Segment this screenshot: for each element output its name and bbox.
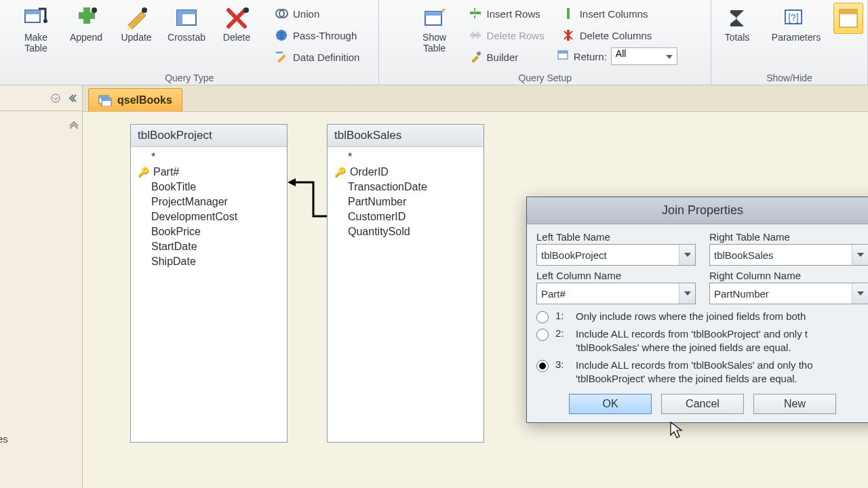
- property-sheet-icon: [835, 5, 862, 32]
- table-tblbookproject[interactable]: tblBookProject * 🔑Part# BookTitle Projec…: [130, 124, 288, 443]
- field-partnumber[interactable]: PartNumber: [332, 195, 479, 209]
- parameters-button[interactable]: [?] Parameters: [766, 3, 827, 45]
- svg-rect-30: [99, 96, 108, 98]
- table-title: tblBookProject: [131, 125, 287, 147]
- nav-item-fragment: es: [0, 433, 8, 445]
- delete-button[interactable]: Delete: [215, 3, 258, 45]
- show-table-button[interactable]: Show Table: [413, 3, 456, 56]
- chevron-down-icon[interactable]: [852, 283, 868, 304]
- dialog-title[interactable]: Join Properties: [527, 197, 868, 224]
- field-transactiondate[interactable]: TransactionDate: [332, 180, 479, 195]
- tab-qselbooks[interactable]: qselBooks: [88, 88, 182, 111]
- data-definition-icon: [274, 49, 289, 64]
- insert-rows-icon: [468, 6, 483, 21]
- left-column-label: Left Column Name: [536, 270, 696, 281]
- join-option-3[interactable]: 3: Include ALL records from 'tblBookSale…: [536, 359, 868, 386]
- field-booktitle[interactable]: BookTitle: [135, 180, 283, 195]
- cancel-button[interactable]: Cancel: [661, 394, 744, 414]
- key-icon: 🔑: [334, 167, 346, 178]
- field-orderid[interactable]: 🔑OrderID: [332, 165, 479, 180]
- delete-icon: [223, 5, 250, 32]
- ribbon: Make Table Append Update Crosstab: [0, 0, 868, 85]
- update-icon: [123, 5, 150, 32]
- join-properties-dialog: Join Properties Left Table Name tblBookP…: [526, 197, 868, 423]
- join-line[interactable]: [286, 176, 330, 223]
- property-sheet-button[interactable]: [833, 3, 863, 34]
- right-table-combo[interactable]: tblBookSales: [709, 244, 868, 266]
- ok-button[interactable]: OK: [569, 394, 652, 414]
- append-button[interactable]: Append: [64, 3, 108, 45]
- chevron-down-icon[interactable]: [679, 245, 695, 265]
- field-customerid[interactable]: CustomerID: [332, 209, 479, 224]
- radio-2[interactable]: [536, 329, 549, 341]
- insert-columns-button[interactable]: Insert Columns: [556, 4, 677, 23]
- globe-icon: [274, 28, 289, 43]
- insert-rows-button[interactable]: Insert Rows: [463, 4, 549, 23]
- insert-columns-icon: [561, 6, 576, 21]
- svg-rect-14: [276, 52, 283, 54]
- delete-rows-icon: [468, 28, 483, 43]
- svg-point-10: [243, 7, 249, 13]
- svg-point-19: [477, 52, 481, 56]
- crosstab-button[interactable]: Crosstab: [165, 3, 208, 45]
- new-button[interactable]: New: [753, 394, 836, 414]
- svg-point-6: [142, 7, 147, 13]
- field-developmentcost[interactable]: DevelopmentCost: [135, 209, 283, 224]
- shutter-up-icon[interactable]: [68, 119, 79, 131]
- svg-rect-1: [25, 10, 40, 14]
- field-part[interactable]: 🔑Part#: [135, 165, 283, 180]
- make-table-button[interactable]: Make Table: [14, 3, 58, 56]
- return-select[interactable]: All: [611, 47, 677, 65]
- delete-rows-button[interactable]: Delete Rows: [463, 26, 549, 45]
- join-option-1[interactable]: 1: Only include rows where the joined fi…: [536, 310, 868, 323]
- left-column-combo[interactable]: Part#: [536, 283, 696, 304]
- radio-3[interactable]: [536, 360, 549, 372]
- shutter-collapse-icon[interactable]: [66, 92, 78, 104]
- update-button[interactable]: Update: [115, 3, 158, 45]
- builder-button[interactable]: Builder: [463, 47, 549, 66]
- group-label-query-setup: Query Setup: [518, 72, 572, 83]
- make-table-icon: [22, 5, 50, 32]
- crosstab-icon: [173, 5, 200, 32]
- nav-dropdown-icon[interactable]: [50, 92, 62, 104]
- field-star[interactable]: *: [135, 150, 283, 165]
- query-icon: [98, 94, 112, 106]
- append-icon: [73, 5, 100, 32]
- totals-button[interactable]: Totals: [715, 3, 759, 45]
- return-icon: [556, 48, 570, 64]
- chevron-down-icon[interactable]: [679, 283, 695, 304]
- right-column-combo[interactable]: PartNumber: [709, 283, 868, 304]
- show-table-icon: [421, 5, 448, 32]
- union-button[interactable]: Union: [269, 4, 364, 23]
- radio-1[interactable]: [536, 311, 549, 323]
- delete-columns-button[interactable]: Delete Columns: [556, 26, 677, 45]
- left-table-combo[interactable]: tblBookProject: [536, 244, 696, 266]
- field-shipdate[interactable]: ShipDate: [135, 254, 283, 269]
- field-startdate[interactable]: StartDate: [135, 239, 283, 254]
- pass-through-button[interactable]: Pass-Through: [269, 26, 364, 45]
- field-star[interactable]: *: [332, 150, 479, 165]
- field-bookprice[interactable]: BookPrice: [135, 224, 283, 239]
- ribbon-group-show-hide: Totals [?] Parameters Show/Hide: [711, 0, 868, 85]
- svg-rect-32: [102, 98, 111, 101]
- key-icon: 🔑: [138, 167, 149, 178]
- svg-point-28: [52, 94, 60, 102]
- tab-label: qselBooks: [117, 94, 172, 106]
- data-definition-button[interactable]: Data Definition: [269, 47, 364, 66]
- svg-rect-27: [840, 9, 857, 14]
- svg-point-5: [92, 7, 97, 13]
- chevron-down-icon[interactable]: [852, 245, 868, 265]
- group-label-query-type: Query Type: [165, 72, 214, 83]
- svg-point-2: [43, 19, 47, 23]
- join-option-2[interactable]: 2: Include ALL records from 'tblBookProj…: [536, 327, 868, 354]
- svg-rect-9: [177, 10, 182, 25]
- field-quantitysold[interactable]: QuantitySold: [332, 224, 479, 239]
- ribbon-group-query-setup: Show Table Insert Rows Delete Rows Build…: [379, 0, 711, 85]
- right-column-label: Right Column Name: [709, 270, 868, 281]
- navigation-pane[interactable]: es: [0, 85, 83, 488]
- left-table-label: Left Table Name: [536, 231, 696, 243]
- field-projectmanager[interactable]: ProjectManager: [135, 195, 283, 209]
- delete-columns-icon: [561, 28, 576, 43]
- svg-rect-17: [470, 12, 481, 14]
- table-tblbooksales[interactable]: tblBookSales * 🔑OrderID TransactionDate …: [327, 124, 484, 443]
